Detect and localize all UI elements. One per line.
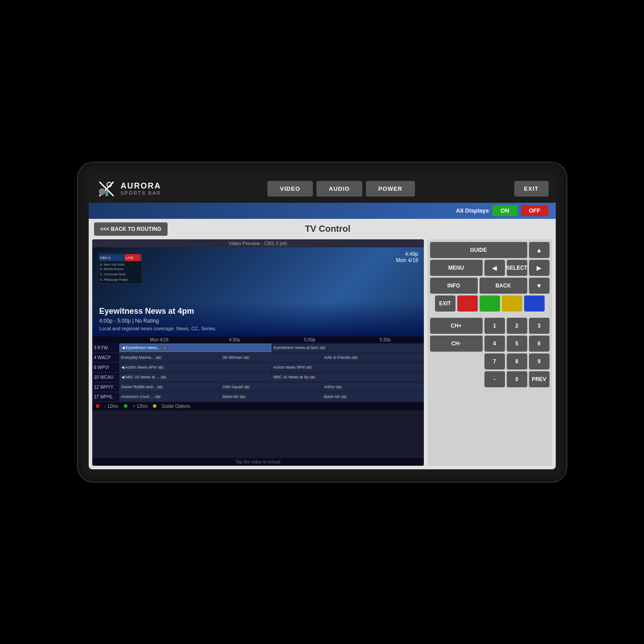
guide-time-2: 4:30p <box>198 337 271 342</box>
off-button[interactable]: OFF <box>521 205 549 216</box>
num-9-button[interactable]: 9 <box>529 353 550 369</box>
guide-ch-wphl: 17 WPHL <box>92 392 119 402</box>
menu-button[interactable]: MENU <box>430 260 483 276</box>
nav-buttons: VIDEO AUDIO POWER <box>174 181 509 197</box>
guide-programs-wacp: Everyday Manna... HD 3D Woman HD Julie &… <box>119 353 424 362</box>
guide-program[interactable]: Julie & Friends HD <box>322 353 423 362</box>
guide-ch-wacp: 4 WACP <box>92 353 119 362</box>
blue-banner: All Displays ON OFF <box>89 203 556 219</box>
svg-text:B. Atlanta Braves: B. Atlanta Braves <box>100 267 124 271</box>
num-0-button[interactable]: 0 <box>507 371 527 387</box>
news-title: Eyewitness News at 4pm <box>99 307 417 316</box>
red-button[interactable] <box>457 295 478 312</box>
num-4-button[interactable]: 4 <box>484 336 505 352</box>
plus-12hrs-label: + 12hrs <box>133 404 148 409</box>
select-button[interactable]: SELECT <box>507 260 527 276</box>
num-3-button[interactable]: 3 <box>529 318 550 334</box>
guide-programs-wcau: ◀ NBC 10 News at ... HD NBC 10 News at 5… <box>119 373 424 382</box>
guide-program[interactable]: America's Court ... HD <box>119 393 221 401</box>
news-time: 4:48p Mon 4/18 <box>396 251 418 263</box>
num-6-button[interactable]: 6 <box>529 336 550 352</box>
down-arrow-button[interactable]: ▼ <box>529 278 550 294</box>
guide-program[interactable]: ◀ Action News 4PM HD <box>119 363 271 372</box>
remote-row-guide: GUIDE ▲ <box>430 242 550 258</box>
guide-row-wphl: 17 WPHL America's Court ... HD black-ish… <box>92 392 424 402</box>
ch-minus-button[interactable]: CH- <box>430 336 483 352</box>
back-button[interactable]: BACK <box>480 278 527 294</box>
svg-text:A. New York Mets: A. New York Mets <box>100 263 125 266</box>
video-button[interactable]: VIDEO <box>267 181 312 197</box>
audio-button[interactable]: AUDIO <box>316 181 362 197</box>
tv-panel: Video Preview - CBS 3 (et) 4:48p Mon 4/1… <box>92 239 424 466</box>
on-button[interactable]: ON <box>492 205 517 216</box>
guide-row-wcau: 10 WCAU ◀ NBC 10 News at ... HD NBC 10 N… <box>92 373 424 382</box>
video-preview[interactable]: 4:48p Mon 4/18 CBS 3 A. New York Mets B.… <box>92 247 424 336</box>
remote-panel: GUIDE ▲ MENU ◀ SELECT ▶ INFO BACK ▼ <box>427 239 552 466</box>
ch-plus-button[interactable]: CH+ <box>430 318 483 334</box>
back-to-routing-button[interactable]: <<< BACK TO ROUTING <box>94 222 168 236</box>
all-displays-label: All Displays <box>456 207 489 214</box>
guide-programs-wphl: America's Court ... HD black-ish HD blac… <box>119 392 424 402</box>
left-arrow-button[interactable]: ◀ <box>484 260 505 276</box>
guide-row-wpvi: 6 WPVI ◀ Action News 4PM HD Action News … <box>92 363 424 373</box>
guide-program[interactable]: Xavier Riddle and... HD <box>119 383 221 391</box>
num-2-button[interactable]: 2 <box>507 318 527 334</box>
guide-program[interactable]: black-ish HD <box>322 393 423 401</box>
svg-text:CBS 3: CBS 3 <box>100 256 111 260</box>
guide-program[interactable]: Arthur HD <box>322 383 423 391</box>
remote-row-chminus: CH- 4 5 6 <box>430 336 550 352</box>
guide-time-1: Mon 4/18 <box>123 337 196 342</box>
exit-remote-button[interactable]: EXIT <box>435 295 455 312</box>
guide-program[interactable]: Eyewitness News at 5pm HD <box>272 344 423 352</box>
guide-time-3: 5:00p <box>273 337 347 342</box>
exit-button[interactable]: EXIT <box>514 181 549 197</box>
guide-footer: - 12hrs + 12hrs Guide Options <box>92 402 424 410</box>
remote-row-789: 7 8 9 <box>430 353 550 369</box>
guide-header-row: Mon 4/18 4:30p 5:00p 5:30p <box>92 336 424 343</box>
dot-options <box>153 404 156 408</box>
guide-program[interactable]: Action News 5PM HD <box>271 363 423 372</box>
up-arrow-button[interactable]: ▲ <box>529 242 550 258</box>
main-content: <<< BACK TO ROUTING TV Control Video Pre… <box>89 219 556 469</box>
minus-12hrs-label: - 12hrs <box>105 404 119 409</box>
info-button[interactable]: INFO <box>430 278 478 294</box>
green-button[interactable] <box>480 295 500 312</box>
page-title: TV Control <box>173 224 483 234</box>
guide-program[interactable]: NBC 10 News at 5p HD <box>271 373 423 381</box>
dash-button[interactable]: - <box>484 371 505 387</box>
guide-grid: Mon 4/18 4:30p 5:00p 5:30p 3 KYW ◀ Eyewi… <box>92 336 424 458</box>
guide-button[interactable]: GUIDE <box>430 242 527 258</box>
guide-program[interactable]: 3D Woman HD <box>221 353 322 362</box>
yellow-button[interactable] <box>502 295 522 312</box>
num-5-button[interactable]: 5 <box>507 336 527 352</box>
svg-text:LIVE: LIVE <box>126 256 133 260</box>
svg-rect-6 <box>106 189 107 191</box>
svg-rect-5 <box>106 191 108 196</box>
guide-program[interactable]: black-ish HD <box>221 393 322 401</box>
prev-button[interactable]: PREV <box>529 371 550 387</box>
guide-row-kyw: 3 KYW ◀ Eyewitness News... HD Eyewitness… <box>92 343 424 353</box>
tablet-frame: AURORA SPORTS BAR VIDEO AUDIO POWER EXIT… <box>77 162 567 483</box>
news-overlay: Eyewitness News at 4pm 4:00p - 5:00p | N… <box>92 301 424 336</box>
guide-ch-whyy: 12 WHYY <box>92 382 119 392</box>
guide-program[interactable]: ◀ NBC 10 News at ... HD <box>119 373 271 381</box>
guide-programs-kyw: ◀ Eyewitness News... HD Eyewitness News … <box>119 343 424 353</box>
guide-program[interactable]: Everyday Manna... HD <box>119 353 221 362</box>
guide-program[interactable]: Odd Squad HD <box>221 383 322 391</box>
screen: AURORA SPORTS BAR VIDEO AUDIO POWER EXIT… <box>89 175 556 469</box>
dot-minus <box>96 404 99 408</box>
num-1-button[interactable]: 1 <box>484 318 505 334</box>
svg-text:C. Cincinnati Reds: C. Cincinnati Reds <box>100 273 126 276</box>
news-time-slot: 4:00p - 5:00p | No Rating <box>99 318 417 324</box>
logo-subtitle: SPORTS BAR <box>121 190 161 196</box>
power-button[interactable]: POWER <box>366 181 415 197</box>
tap-label: Tap the video to reload <box>92 458 424 466</box>
remote-row-exit: EXIT <box>430 295 550 312</box>
video-preview-label: Video Preview - CBS 3 (et) <box>92 239 424 247</box>
remote-row-info: INFO BACK ▼ <box>430 278 550 294</box>
right-arrow-button[interactable]: ▶ <box>529 260 550 276</box>
num-7-button[interactable]: 7 <box>484 353 505 369</box>
num-8-button[interactable]: 8 <box>507 353 527 369</box>
guide-program[interactable]: ◀ Eyewitness News... HD <box>119 344 272 352</box>
blue-button[interactable] <box>524 295 545 312</box>
